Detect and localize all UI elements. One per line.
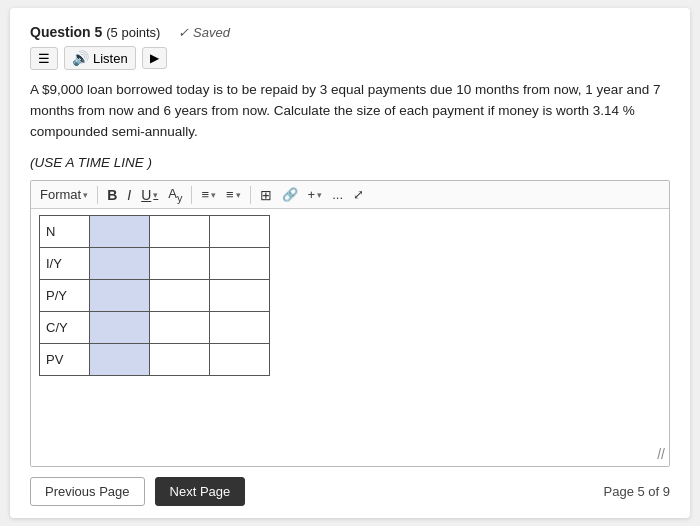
- underline-chevron-icon: ▾: [153, 190, 158, 200]
- resize-handle[interactable]: //: [657, 446, 665, 462]
- link-icon: 🔗: [282, 187, 298, 202]
- table-cell[interactable]: [90, 280, 150, 312]
- list-button[interactable]: ≡ ▾: [223, 185, 244, 204]
- page-indicator: Page 5 of 9: [604, 484, 671, 499]
- menu-button[interactable]: ☰: [30, 47, 58, 70]
- next-page-button[interactable]: Next Page: [155, 477, 246, 506]
- align-button[interactable]: ≡ ▾: [198, 185, 219, 204]
- underline-button[interactable]: U ▾: [138, 185, 161, 205]
- header-row: Question 5 (5 points) ✓ Saved: [30, 24, 670, 40]
- points-label: (5 points): [106, 25, 160, 40]
- editor-body[interactable]: NI/YP/YC/YPV //: [31, 209, 669, 466]
- table-cell[interactable]: [150, 280, 210, 312]
- more-label: ...: [332, 187, 343, 202]
- fontsize-label: Ay: [168, 186, 182, 204]
- row-label: P/Y: [40, 280, 90, 312]
- footer-buttons: Previous Page Next Page: [30, 477, 245, 506]
- table-area: NI/YP/YC/YPV: [31, 209, 278, 466]
- italic-button[interactable]: I: [124, 185, 134, 205]
- table-row: N: [40, 216, 270, 248]
- table-cell[interactable]: [90, 248, 150, 280]
- table-cell[interactable]: [90, 216, 150, 248]
- format-dropdown[interactable]: Format ▾: [37, 185, 91, 204]
- table-row: P/Y: [40, 280, 270, 312]
- more-button[interactable]: ...: [329, 185, 346, 204]
- link-button[interactable]: 🔗: [279, 185, 301, 204]
- table-cell[interactable]: [210, 248, 270, 280]
- footer-row: Previous Page Next Page Page 5 of 9: [30, 477, 670, 506]
- table-cell[interactable]: [90, 344, 150, 376]
- table-cell[interactable]: [210, 344, 270, 376]
- insert-button[interactable]: + ▾: [305, 185, 326, 204]
- play-icon: ▶: [150, 51, 159, 65]
- question-label: Question 5: [30, 24, 102, 40]
- format-chevron-icon: ▾: [83, 190, 88, 200]
- align-chevron-icon: ▾: [211, 190, 216, 200]
- page-container: Question 5 (5 points) ✓ Saved ☰ 🔊 Listen…: [10, 8, 690, 518]
- insert-label: +: [308, 187, 316, 202]
- table-row: I/Y: [40, 248, 270, 280]
- table-cell[interactable]: [150, 312, 210, 344]
- table-cell[interactable]: [210, 216, 270, 248]
- align-icon: ≡: [201, 187, 209, 202]
- previous-page-button[interactable]: Previous Page: [30, 477, 145, 506]
- timeline-table: NI/YP/YC/YPV: [39, 215, 270, 376]
- insert-chevron-icon: ▾: [317, 190, 322, 200]
- table-cell[interactable]: [150, 216, 210, 248]
- row-label: I/Y: [40, 248, 90, 280]
- listen-button[interactable]: 🔊 Listen: [64, 46, 136, 70]
- table-cell[interactable]: [210, 280, 270, 312]
- list-icon: ≡: [226, 187, 234, 202]
- bold-label: B: [107, 187, 117, 203]
- format-label: Format: [40, 187, 81, 202]
- question-text: A $9,000 loan borrowed today is to be re…: [30, 80, 670, 143]
- expand-button[interactable]: ⤢: [350, 185, 367, 204]
- saved-label: ✓ Saved: [178, 25, 229, 40]
- underline-label: U: [141, 187, 151, 203]
- table-icon: ⊞: [260, 187, 272, 203]
- speaker-icon: 🔊: [72, 50, 89, 66]
- instruction-text: (USE A TIME LINE ): [30, 155, 670, 170]
- italic-label: I: [127, 187, 131, 203]
- question-body: A $9,000 loan borrowed today is to be re…: [30, 82, 660, 139]
- bold-button[interactable]: B: [104, 185, 120, 205]
- fontsize-button[interactable]: Ay: [165, 184, 185, 206]
- editor-toolbar: Format ▾ B I U ▾ Ay ≡ ▾ ≡: [31, 181, 669, 210]
- table-row: C/Y: [40, 312, 270, 344]
- row-label: PV: [40, 344, 90, 376]
- listen-label: Listen: [93, 51, 128, 66]
- table-cell[interactable]: [150, 344, 210, 376]
- question-title: Question 5 (5 points): [30, 24, 160, 40]
- toolbar-divider-2: [191, 186, 192, 204]
- toolbar-divider-3: [250, 186, 251, 204]
- table-cell[interactable]: [210, 312, 270, 344]
- row-label: C/Y: [40, 312, 90, 344]
- play-button[interactable]: ▶: [142, 47, 167, 69]
- row-label: N: [40, 216, 90, 248]
- list-chevron-icon: ▾: [236, 190, 241, 200]
- table-cell[interactable]: [150, 248, 210, 280]
- table-cell[interactable]: [90, 312, 150, 344]
- table-row: PV: [40, 344, 270, 376]
- listen-toolbar: ☰ 🔊 Listen ▶: [30, 46, 670, 70]
- expand-icon: ⤢: [353, 187, 364, 202]
- toolbar-divider-1: [97, 186, 98, 204]
- table-button[interactable]: ⊞: [257, 185, 275, 205]
- editor-container: Format ▾ B I U ▾ Ay ≡ ▾ ≡: [30, 180, 670, 467]
